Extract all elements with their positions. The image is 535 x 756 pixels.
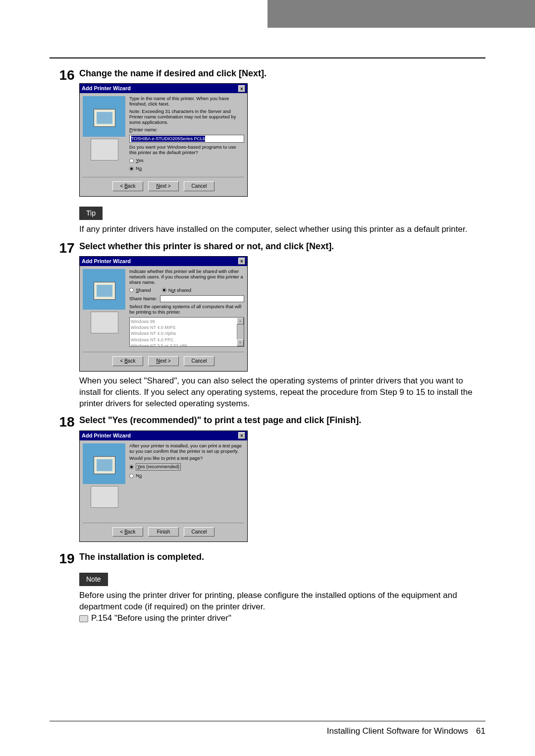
- screenshot-17: Add Printer Wizard × Indicate whether th…: [79, 256, 248, 372]
- os-select-text: Select the operating systems of all comp…: [129, 304, 244, 315]
- wizard-title: Add Printer Wizard: [82, 432, 131, 439]
- step-16: 16 Change the name if desired and click …: [50, 67, 485, 235]
- printer-name-input[interactable]: TOSHIBA e-STUDIO205Series PCL6: [129, 135, 244, 143]
- step-18: 18 Select "Yes (recommended)" to print a…: [50, 414, 485, 546]
- note-badge: Note: [79, 573, 108, 586]
- testpage-intro: After your printer is installed, you can…: [129, 443, 244, 454]
- cancel-button[interactable]: Cancel: [184, 527, 214, 537]
- back-button[interactable]: < Back: [112, 527, 143, 537]
- page-footer: Installing Client Software for Windows 6…: [50, 721, 485, 736]
- step-17: 17 Select whether this printer is shared…: [50, 240, 485, 410]
- cross-reference: P.154 "Before using the printer driver": [79, 613, 485, 624]
- wizard-note: Note: Exceeding 31 characters in the Ser…: [129, 109, 244, 125]
- step-17-title: Select whether this printer is shared or…: [79, 240, 485, 252]
- scrollbar[interactable]: ▴ ▾: [237, 318, 244, 346]
- step-17-after-text: When you select "Shared", you can also s…: [79, 376, 485, 410]
- header-bar: [0, 0, 535, 28]
- step-18-number: 18: [50, 414, 79, 429]
- step-19: 19 The installation is completed. Note B…: [50, 551, 485, 624]
- top-rule: [50, 57, 485, 58]
- tip-text: If any printer drivers have installed on…: [79, 224, 485, 235]
- close-icon[interactable]: ×: [238, 432, 245, 439]
- os-listbox[interactable]: Windows 95 Windows NT 4.0 MIPS Windows N…: [129, 317, 244, 347]
- header-right: [268, 0, 535, 28]
- step-18-title: Select "Yes (recommended)" to print a te…: [79, 414, 485, 426]
- step-16-title: Change the name if desired and click [Ne…: [79, 67, 485, 79]
- note-text: Before using the printer driver for prin…: [79, 590, 485, 613]
- header-left: [0, 0, 268, 28]
- step-19-title: The installation is completed.: [79, 551, 485, 563]
- radio-no[interactable]: No: [129, 473, 244, 479]
- back-button[interactable]: < Back: [112, 356, 143, 366]
- share-name-input[interactable]: [160, 295, 244, 302]
- radio-not-shared[interactable]: Not shared: [162, 287, 192, 294]
- screenshot-16: Add Printer Wizard × Type in the name of…: [79, 83, 248, 196]
- default-printer-question: Do you want your Windows-based programs …: [129, 145, 244, 156]
- step-19-number: 19: [50, 551, 79, 566]
- step-17-number: 17: [50, 240, 79, 255]
- testpage-question: Would you like to print a test page?: [129, 456, 244, 461]
- reference-text: P.154 "Before using the printer driver": [91, 613, 231, 624]
- cancel-button[interactable]: Cancel: [184, 181, 214, 191]
- next-button[interactable]: Next >: [148, 181, 179, 191]
- book-icon: [79, 615, 88, 622]
- cancel-button[interactable]: Cancel: [184, 356, 214, 366]
- tip-badge: Tip: [79, 207, 103, 220]
- scroll-up-icon[interactable]: ▴: [237, 318, 244, 324]
- step-16-number: 16: [50, 67, 79, 82]
- finish-button[interactable]: Finish: [148, 527, 179, 537]
- footer-title: Installing Client Software for Windows: [327, 726, 468, 736]
- page-number: 61: [476, 726, 485, 736]
- scroll-down-icon[interactable]: ▾: [237, 339, 244, 346]
- close-icon[interactable]: ×: [238, 258, 245, 265]
- radio-yes-recommended[interactable]: Yes (recommended): [129, 463, 244, 471]
- share-name-label: Share Name:: [129, 296, 157, 302]
- page-body: 16 Change the name if desired and click …: [0, 28, 535, 624]
- wizard-title: Add Printer Wizard: [82, 85, 131, 92]
- next-button[interactable]: Next >: [148, 356, 179, 366]
- back-button[interactable]: < Back: [112, 181, 143, 191]
- wizard-title: Add Printer Wizard: [82, 258, 131, 265]
- close-icon[interactable]: ×: [238, 85, 245, 92]
- wizard-text: Type in the name of this printer. When y…: [129, 96, 244, 107]
- printer-name-label: Printer name:: [129, 127, 244, 133]
- share-intro: Indicate whether this printer will be sh…: [129, 269, 244, 285]
- screenshot-18: Add Printer Wizard × After your printer …: [79, 431, 248, 542]
- radio-shared[interactable]: Shared: [129, 287, 151, 294]
- radio-yes[interactable]: Yes: [129, 158, 244, 164]
- radio-no[interactable]: No: [129, 165, 244, 172]
